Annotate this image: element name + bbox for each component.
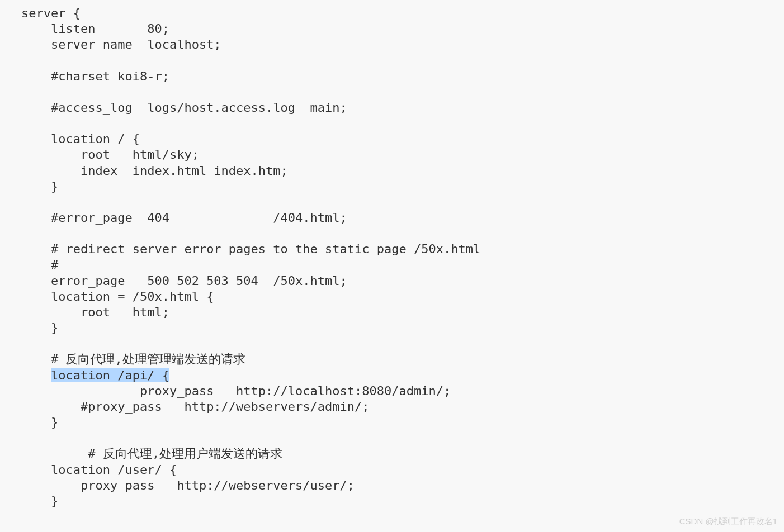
- code-line: server_name localhost;: [21, 37, 221, 51]
- code-line: listen 80;: [21, 22, 169, 36]
- code-line: # redirect server error pages to the sta…: [21, 242, 480, 256]
- code-line: # 反向代理,处理用户端发送的请求: [21, 446, 282, 460]
- code-line: #proxy_pass http://webservers/admin/;: [21, 400, 370, 414]
- code-line: proxy_pass http://localhost:8080/admin/;: [21, 384, 451, 398]
- nginx-config-code[interactable]: server { listen 80; server_name localhos…: [0, 6, 784, 509]
- code-line: location = /50x.html {: [21, 289, 214, 303]
- csdn-watermark: CSDN @找到工作再改名1: [679, 516, 777, 526]
- code-line: #charset koi8-r;: [21, 69, 169, 83]
- code-line: # 反向代理,处理管理端发送的请求: [21, 352, 245, 366]
- code-line: index index.html index.htm;: [21, 164, 288, 178]
- code-line: }: [21, 321, 58, 335]
- code-line: }: [21, 179, 58, 193]
- code-line: proxy_pass http://webservers/user/;: [21, 478, 355, 492]
- highlighted-location-directive: location /api/ {: [51, 368, 169, 382]
- code-line: error_page 500 502 503 504 /50x.html;: [21, 274, 347, 288]
- code-line: location /user/ {: [21, 463, 177, 477]
- code-line: #access_log logs/host.access.log main;: [21, 101, 347, 115]
- code-line: }: [21, 494, 58, 508]
- code-line: location / {: [21, 132, 140, 146]
- code-line: }: [21, 415, 58, 429]
- code-line: #: [21, 258, 58, 272]
- code-line: root html;: [21, 305, 169, 319]
- code-line: server {: [21, 6, 81, 20]
- code-line: [21, 368, 51, 382]
- code-line: #error_page 404 /404.html;: [21, 211, 347, 225]
- code-line: root html/sky;: [21, 148, 199, 162]
